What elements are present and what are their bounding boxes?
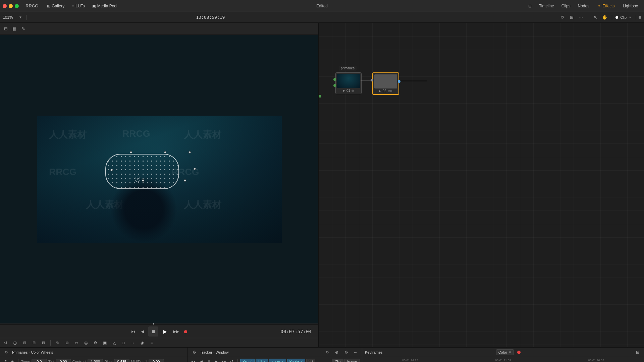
gallery-menu-item[interactable]: ⊞ Gallery [44,2,68,10]
timeline-tab[interactable]: Timeline [536,2,557,10]
nodes-panel: primaries ▶ 01 ⊟ ▶ 02 ◎⊙ [319,23,644,347]
control-point-6[interactable] [142,179,144,182]
tracker-pause-btn[interactable]: ⏸ [205,358,212,362]
control-point-7[interactable] [110,169,113,171]
add-btn[interactable]: ⊕ [11,339,19,347]
node-1-thumb-overlay [337,74,360,88]
secondary-toolbar: 101% ▼ 13:08:59:19 ↺ ⊞ ··· ↖ ✋ Clip ▼ [0,12,644,23]
window-controls[interactable] [3,4,19,8]
reset2-btn[interactable]: ↺ [2,359,8,362]
tracker-gear2-btn[interactable]: ⚙ [342,349,350,356]
control-point-4[interactable] [194,168,196,170]
close-window-btn[interactable] [3,4,7,8]
stop-btn[interactable]: ⏹ [148,326,158,337]
tracker-back-btn[interactable]: ◀ [198,358,204,362]
lightbox-tab[interactable]: Lightbox [620,2,641,10]
loop-btn[interactable]: ⏺ [182,328,189,335]
hand-tool-btn[interactable]: ✋ [601,14,608,21]
control-point-2[interactable] [164,151,166,154]
arrow-tool-btn[interactable]: ↖ [592,14,599,21]
node-2-number: 02 [382,89,386,93]
rotate-toggle[interactable]: Rotate ✓ [287,359,305,362]
node-2[interactable]: ▶ 02 ◎⊙ [372,72,399,95]
arrow-btn[interactable]: → [129,339,137,347]
sep-tr [237,359,238,362]
play-btn[interactable]: ▶ [160,326,170,337]
keyframes-panel: Keyframes Color ▼ ⊟ 00:01:24:23 00:01:21… [362,348,644,362]
color-panel-title: Primaries - Color Wheels [12,350,53,354]
3d-toggle[interactable]: 3D [306,359,315,362]
color2-btn[interactable]: ⊞ [30,339,38,347]
tracker-add-btn[interactable]: ⊕ [333,349,340,356]
tracker-fwd-btn[interactable]: ▶ [213,358,220,362]
tracker-more2-btn[interactable]: ··· [352,349,359,356]
clips-tab[interactable]: Clips [558,2,574,10]
color-panel-tools: ↺ ✦ Temp 0.0 Tint 0.00 Contrast 1.000 Pi… [0,357,187,362]
reset-all-icon[interactable]: ↺ [3,349,10,356]
node-wire-2 [400,81,427,81]
edit-tools-btn[interactable]: ✎ [19,25,27,33]
zoom-toggle[interactable]: Zoom ✓ [269,359,286,362]
control-point-5[interactable] [184,179,186,182]
more-btn[interactable]: ··· [577,14,585,21]
pan-toggle[interactable]: Pan ✓ [240,359,255,362]
layout-list-btn[interactable]: ▦ [11,25,18,33]
reset-btn[interactable]: ↺ [2,339,9,347]
control-point-1[interactable] [130,151,132,154]
nodes-tab[interactable]: Nodes [574,2,593,10]
zoom-level[interactable]: 101% [3,15,16,20]
control-point-3[interactable] [189,151,191,154]
zoom-dropdown-icon[interactable]: ▼ [19,15,22,19]
clip-dropdown-icon[interactable]: ▼ [629,16,632,19]
crop-btn[interactable]: ✂ [73,339,80,347]
refresh-btn[interactable]: ↺ [558,14,566,21]
frame-forward-btn[interactable]: ▶▶ [172,328,180,335]
calib-btn[interactable]: ▣ [101,339,108,347]
pen-btn[interactable]: ✎ [54,339,61,347]
clip-label[interactable]: Clip [620,15,627,19]
kf-expand-btn[interactable]: ⊟ [634,349,641,356]
eye2-btn[interactable]: ◉ [139,339,146,347]
frame-back-btn[interactable]: ◀ [139,328,146,335]
node-1-thumb [337,74,360,88]
clip-frame-buttons: Clip Frame [332,359,360,362]
minimize-window-btn[interactable] [9,4,13,8]
kf-title: Keyframes [365,350,383,354]
magic-btn[interactable]: ⊛ [63,339,71,347]
tracker-go-first-btn[interactable]: ⏮ [190,358,197,362]
tracker-reset-btn[interactable]: ↺ [324,349,331,356]
preview-area: 人人素材 RRCG 人人素材 RRCG RRCG 人人素材 人人素材 + [0,35,318,323]
fit-btn[interactable]: ⊞ [568,14,575,21]
node-1[interactable]: ▶ 01 ⊟ [335,72,362,94]
scope-btn[interactable]: ⊟ [21,339,28,347]
tint-input[interactable]: 0.00 [56,359,71,362]
pivot-input[interactable]: 0.435 [114,359,129,362]
tracker-settings-btn[interactable]: ⚙ [191,349,198,356]
qualify-btn[interactable]: ⊡ [40,339,47,347]
triangle-btn[interactable]: △ [110,339,118,347]
go-first-btn[interactable]: ⏮ [129,328,137,335]
fullscreen-window-btn[interactable] [15,4,19,8]
effects-tab[interactable]: ✦ Effects [593,2,619,10]
temp-input[interactable]: 0.0 [32,359,47,362]
tracker-go-last-btn[interactable]: ⏭ [221,358,227,362]
media-pool-menu-item[interactable]: ▣ Media Pool [89,2,121,10]
frame-btn[interactable]: Frame [344,359,360,362]
gear-btn[interactable]: ⚙ [92,339,99,347]
clip-btn[interactable]: Clip [332,359,343,362]
kf-tc-2: 00:01:26:02 [550,359,643,362]
goggles-mask [105,154,179,189]
luts-menu-item[interactable]: ≡ LUTs [68,2,88,10]
layout-grid-btn[interactable]: ⊟ [2,25,9,33]
tracker-loop-btn[interactable]: ↺ [228,358,235,362]
node-connector-mid [371,79,373,81]
timeline-icon-btn[interactable]: ⊟ [525,2,535,10]
color-selector-dropdown[interactable]: Color ▼ [496,349,514,355]
mask-btn[interactable]: ◎ [82,339,90,347]
sq-btn[interactable]: □ [120,339,127,347]
eyedrop-btn[interactable]: ✦ [9,359,15,362]
hist-btn[interactable]: ≡ [148,339,155,347]
middetail-input[interactable]: 0.00 [149,359,164,362]
tilt-toggle[interactable]: Tilt ✓ [256,359,268,362]
contrast-input[interactable]: 1.000 [88,359,103,362]
